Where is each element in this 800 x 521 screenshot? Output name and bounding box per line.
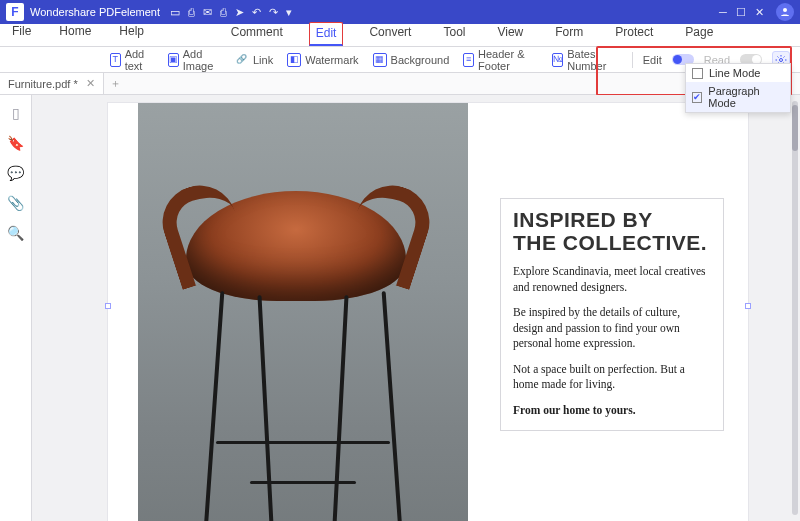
tool-label: Header & Footer <box>478 48 538 72</box>
checkbox-checked-icon: ✔ <box>692 92 702 103</box>
tool-add-text[interactable]: T Add text <box>110 48 154 72</box>
tool-label: Add Image <box>183 48 221 72</box>
left-sidebar: ▯ 🔖 💬 📎 🔍 <box>0 95 32 521</box>
comments-icon[interactable]: 💬 <box>7 165 24 181</box>
maximize-button[interactable]: ☐ <box>732 6 750 19</box>
close-button[interactable]: ✕ <box>750 6 768 19</box>
svg-point-0 <box>783 8 787 12</box>
checkbox-icon <box>692 68 703 79</box>
heading-line: THE COLLECTIVE. <box>513 231 707 254</box>
tool-label: Add text <box>125 48 154 72</box>
vertical-scrollbar[interactable] <box>792 101 798 515</box>
tab-tool[interactable]: Tool <box>437 22 471 46</box>
mode-edit-label: Edit <box>643 54 662 66</box>
dropdown-item-paragraph-mode[interactable]: ✔ Paragraph Mode <box>686 82 790 112</box>
app-logo-icon: F <box>6 3 24 21</box>
menu-bar: File Home Help Comment Edit Convert Tool… <box>0 24 800 47</box>
quick-access-toolbar: ▭ ⎙ ✉ ⎙ ➤ ↶ ↷ ▾ <box>170 6 292 19</box>
background-icon: ▦ <box>373 53 387 67</box>
separator <box>632 52 633 68</box>
bookmarks-icon[interactable]: 🔖 <box>7 135 24 151</box>
attachments-icon[interactable]: 📎 <box>7 195 24 211</box>
paragraph: Explore Scandinavia, meet local creative… <box>513 264 711 295</box>
tool-label: Bates Number <box>567 48 617 72</box>
bates-number-icon: № <box>552 53 564 67</box>
document-canvas[interactable]: INSPIRED BY THE COLLECTIVE. Explore Scan… <box>32 95 800 521</box>
paragraph: Not a space built on perfection. But a h… <box>513 362 711 393</box>
pdf-page[interactable]: INSPIRED BY THE COLLECTIVE. Explore Scan… <box>108 103 748 521</box>
document-tab[interactable]: Furniture.pdf * ✕ <box>0 73 104 94</box>
close-tab-icon[interactable]: ✕ <box>86 77 95 90</box>
menu-file[interactable]: File <box>6 21 37 42</box>
dropdown-item-line-mode[interactable]: Line Mode <box>686 64 790 82</box>
tool-link[interactable]: 🔗 Link <box>235 53 273 67</box>
page-text-block[interactable]: INSPIRED BY THE COLLECTIVE. Explore Scan… <box>500 198 724 431</box>
header-footer-icon: ≡ <box>463 53 474 67</box>
new-tab-button[interactable]: ＋ <box>104 76 127 91</box>
dropdown-label: Paragraph Mode <box>708 85 784 109</box>
save-icon[interactable]: ⎙ <box>188 6 195 18</box>
dropdown-label: Line Mode <box>709 67 760 79</box>
paragraph: From our home to yours. <box>513 403 711 419</box>
redo-icon[interactable]: ↷ <box>269 6 278 19</box>
open-icon[interactable]: ▭ <box>170 6 180 19</box>
svg-point-1 <box>780 58 783 61</box>
document-tab-title: Furniture.pdf * <box>8 78 78 90</box>
tab-protect[interactable]: Protect <box>609 22 659 46</box>
tool-watermark[interactable]: ◧ Watermark <box>287 53 358 67</box>
email-icon[interactable]: ✉ <box>203 6 212 19</box>
print-icon[interactable]: ⎙ <box>220 6 227 18</box>
tool-background[interactable]: ▦ Background <box>373 53 450 67</box>
qat-menu-icon[interactable]: ▾ <box>286 6 292 19</box>
undo-icon[interactable]: ↶ <box>252 6 261 19</box>
tool-label: Background <box>391 54 450 66</box>
document-tab-strip: Furniture.pdf * ✕ ＋ <box>0 73 800 95</box>
tab-page[interactable]: Page <box>679 22 719 46</box>
tool-header-footer[interactable]: ≡ Header & Footer <box>463 48 537 72</box>
search-icon[interactable]: 🔍 <box>7 225 24 241</box>
tab-view[interactable]: View <box>491 22 529 46</box>
account-avatar-icon[interactable] <box>776 3 794 21</box>
edit-mode-dropdown: Line Mode ✔ Paragraph Mode <box>685 63 791 113</box>
workspace: ▯ 🔖 💬 📎 🔍 INSPIRED BY THE COLLECTIVE. <box>0 95 800 521</box>
minimize-button[interactable]: ─ <box>714 6 732 18</box>
thumbnails-icon[interactable]: ▯ <box>12 105 20 121</box>
page-image[interactable] <box>138 103 468 521</box>
page-handle-right[interactable] <box>745 303 751 309</box>
add-text-icon: T <box>110 53 121 67</box>
heading: INSPIRED BY THE COLLECTIVE. <box>513 209 711 254</box>
tool-bates-number[interactable]: № Bates Number <box>552 48 618 72</box>
tool-label: Watermark <box>305 54 358 66</box>
tool-label: Link <box>253 54 273 66</box>
tab-convert[interactable]: Convert <box>363 22 417 46</box>
menu-help[interactable]: Help <box>113 21 150 42</box>
watermark-icon: ◧ <box>287 53 301 67</box>
app-title: Wondershare PDFelement <box>30 6 160 18</box>
add-image-icon: ▣ <box>168 53 179 67</box>
paragraph: Be inspired by the details of culture, d… <box>513 305 711 352</box>
tab-comment[interactable]: Comment <box>225 22 289 46</box>
heading-line: INSPIRED BY <box>513 208 653 231</box>
link-icon: 🔗 <box>235 53 249 67</box>
page-handle-left[interactable] <box>105 303 111 309</box>
tool-add-image[interactable]: ▣ Add Image <box>168 48 221 72</box>
tab-form[interactable]: Form <box>549 22 589 46</box>
share-icon[interactable]: ➤ <box>235 6 244 19</box>
tab-edit[interactable]: Edit <box>309 22 344 46</box>
edit-toolbar: T Add text ▣ Add Image 🔗 Link ◧ Watermar… <box>0 47 800 73</box>
menu-home[interactable]: Home <box>53 21 97 42</box>
